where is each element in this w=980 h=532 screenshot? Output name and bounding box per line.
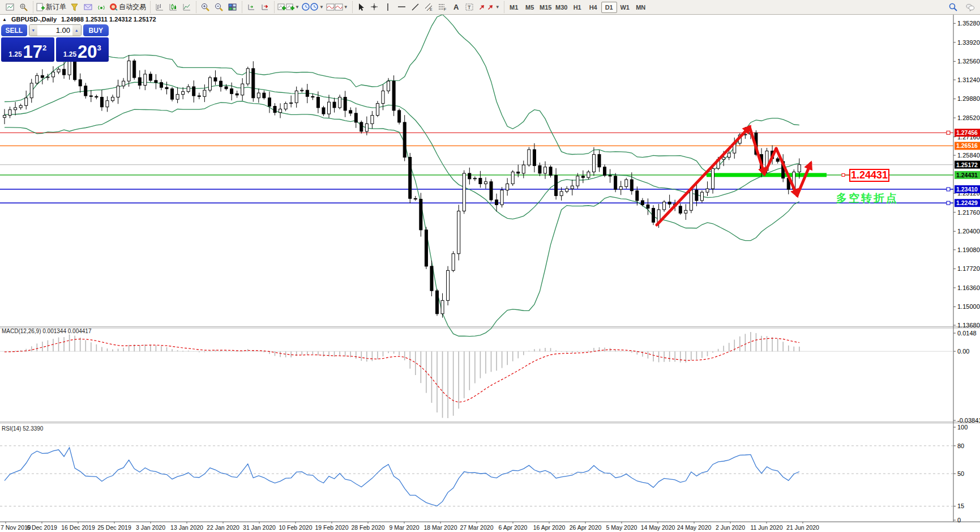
vertical-line-icon[interactable] (382, 2, 395, 13)
collapse-arrow-icon[interactable]: ▲ (2, 17, 7, 22)
volume-increase-button[interactable]: ▲ (72, 25, 81, 36)
date-label: 24 May 2020 (677, 524, 712, 531)
price-tick: 1.28520 (957, 114, 980, 121)
trendline-icon[interactable] (409, 2, 422, 13)
chart-title: ▲ GBPUSD-,Daily 1.24988 1.25311 1.24312 … (2, 16, 156, 23)
svg-text:1.25172: 1.25172 (956, 161, 978, 168)
timeframe-h4[interactable]: H4 (585, 2, 601, 13)
text-icon[interactable]: A (450, 2, 463, 13)
buy-price-big: 20 (78, 44, 97, 60)
signal-icon[interactable] (95, 2, 108, 13)
buy-quote[interactable]: 1.25 20 3 (56, 37, 109, 62)
price-tick: 1.31240 (957, 76, 980, 83)
toolbar: 新订单 自动交易 ▼ ▼ ▼ (0, 0, 980, 15)
date-label: 28 Feb 2020 (352, 524, 385, 531)
timeframe-h1[interactable]: H1 (570, 2, 585, 13)
date-label: 3 Jan 2020 (136, 524, 165, 531)
timeframe-w1[interactable]: W1 (617, 2, 633, 13)
sell-quote[interactable]: 1.25 17 2 (1, 37, 54, 62)
date-label: 16 Apr 2020 (533, 524, 566, 531)
svg-text:1.23410: 1.23410 (956, 186, 978, 193)
new-order-label: 新订单 (46, 2, 66, 12)
timeframe-m30[interactable]: M30 (554, 2, 570, 13)
rsi-tick: 15 (957, 503, 964, 509)
date-label: 25 Dec 2019 (97, 524, 131, 531)
note-box-handle (842, 173, 845, 176)
hline-handle[interactable] (947, 188, 950, 191)
turning-point-note[interactable]: 多空转折点 (836, 191, 898, 206)
timeframe-mn[interactable]: MN (633, 2, 649, 13)
chart-window-icon[interactable] (3, 2, 16, 13)
tile-windows-icon[interactable] (225, 2, 239, 13)
svg-text:T: T (468, 5, 471, 10)
rsi-tick: 80 (957, 442, 964, 449)
date-label: 5 May 2020 (606, 524, 637, 531)
timeframe-m1[interactable]: M1 (506, 2, 522, 13)
price-tick: 1.20400 (957, 228, 980, 235)
bar-chart-icon[interactable] (152, 2, 166, 13)
sell-button[interactable]: SELL (1, 24, 27, 36)
buy-button[interactable]: BUY (83, 24, 109, 36)
hline-handle[interactable] (947, 131, 950, 134)
hline-handle[interactable] (947, 201, 950, 205)
price-tick: 1.19080 (957, 246, 980, 253)
search-icon[interactable] (946, 2, 960, 13)
horizontal-line-icon[interactable] (395, 2, 409, 13)
sell-price-prefix: 1.25 (8, 50, 22, 58)
mt4-window: 新订单 自动交易 ▼ ▼ ▼ (0, 0, 980, 532)
crosshair-icon[interactable] (368, 2, 382, 13)
crosshair-magnifier-icon[interactable] (16, 2, 30, 13)
template-icon[interactable]: ▼ (325, 2, 349, 13)
cursor-icon[interactable] (354, 2, 368, 13)
new-order-button[interactable]: 新订单 (35, 2, 67, 13)
price-tick: 1.33920 (957, 39, 980, 46)
date-label: 11 Jun 2020 (750, 524, 782, 531)
indicators-add-icon[interactable]: ▼ (276, 2, 301, 13)
candle-chart-icon[interactable] (166, 2, 179, 13)
price-tick: 1.32560 (957, 58, 980, 65)
rsi-value: 52.3390 (23, 425, 43, 432)
community-chat-icon[interactable] (963, 2, 977, 13)
new-order-icon (36, 3, 45, 11)
line-chart-icon[interactable] (179, 2, 193, 13)
period-clock-icon[interactable]: ▼ (301, 2, 325, 13)
date-label: 16 Dec 2019 (61, 524, 95, 531)
chart-window[interactable]: 1.352801.339201.325601.312401.298801.285… (0, 15, 980, 532)
text-label-icon[interactable]: T (463, 2, 477, 13)
volume-input[interactable] (37, 25, 72, 36)
volume-decrease-button[interactable]: ▼ (29, 25, 38, 36)
zoom-out-icon[interactable] (212, 2, 225, 13)
svg-text:F: F (444, 7, 446, 11)
sell-price-pipette: 2 (42, 44, 46, 52)
timeframe-group: M1M5M15M30H1H4D1W1MN (504, 1, 651, 13)
macd-signal-value: 0.004417 (68, 328, 92, 334)
date-label: 10 Feb 2020 (279, 524, 313, 531)
autotrading-label: 自动交易 (119, 2, 146, 12)
rsi-label: RSI(14) 52.3390 (2, 425, 43, 432)
equidistant-channel-icon[interactable]: E (422, 2, 436, 13)
mail-icon[interactable] (81, 2, 95, 13)
svg-text:1.22429: 1.22429 (956, 199, 978, 206)
timeframe-m15[interactable]: M15 (538, 2, 554, 13)
autotrading-button[interactable]: 自动交易 (108, 2, 147, 13)
arrows-icon[interactable]: ▼ (477, 2, 501, 13)
date-label: 21 Jun 2020 (786, 524, 819, 531)
price-tick: 1.35280 (957, 20, 980, 27)
price-tick: 1.21760 (957, 209, 980, 216)
timeframe-m5[interactable]: M5 (522, 2, 538, 13)
macd-tick: 0.00 (957, 348, 969, 355)
price-tick: 1.16360 (957, 284, 980, 291)
fibonacci-icon[interactable]: F (436, 2, 450, 13)
one-click-trading-panel: SELL ▼ ▲ BUY 1.25 17 2 1.25 20 3 (1, 24, 109, 62)
zoom-in-icon[interactable] (198, 2, 212, 13)
macd-tick: -0.038415 (957, 417, 980, 424)
auto-scroll-icon[interactable] (244, 2, 258, 13)
funnel-icon[interactable] (67, 2, 81, 13)
chart-shift-icon[interactable] (258, 2, 271, 13)
timeframe-d1[interactable]: D1 (601, 2, 617, 13)
price-annotation-box[interactable]: 1.24431 (849, 169, 889, 182)
rsi-tick: 0 (957, 517, 961, 524)
price-tick: 1.29880 (957, 95, 980, 102)
rsi-tick: 50 (957, 470, 964, 477)
chart-canvas[interactable]: 1.352801.339201.325601.312401.298801.285… (0, 15, 980, 532)
